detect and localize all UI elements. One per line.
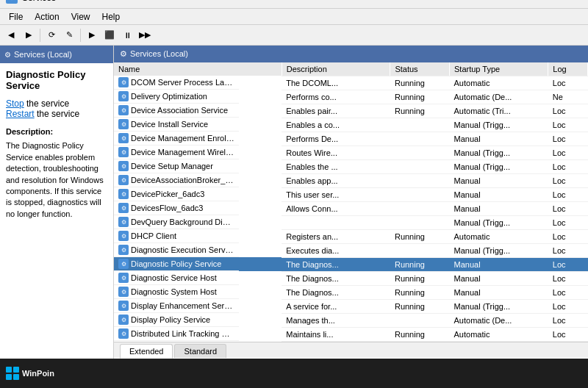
table-row[interactable]: ⚙DCOM Server Process Launc...The DCOML..… xyxy=(114,76,588,90)
col-header-logon[interactable]: Log xyxy=(548,62,588,76)
service-name-cell: ⚙Display Policy Service xyxy=(114,313,239,327)
service-name-cell: ⚙Device Install Service xyxy=(114,118,239,132)
table-row[interactable]: ⚙Diagnostic Execution ServiceExecutes di… xyxy=(114,243,588,257)
service-icon: ⚙ xyxy=(118,175,129,185)
service-startup-cell: Automatic (Tri... xyxy=(450,104,548,118)
service-startup-cell: Manual xyxy=(450,187,548,201)
table-row[interactable]: ⚙Display Enhancement ServiceA service fo… xyxy=(114,299,588,313)
service-startup-cell: Manual xyxy=(450,271,548,285)
service-logon-cell: Loc xyxy=(548,173,588,187)
toolbar-pause[interactable]: ⏸ xyxy=(119,27,135,43)
service-startup-cell: Automatic xyxy=(450,229,548,243)
service-status-cell xyxy=(390,118,450,132)
table-row[interactable]: ⚙Device Install ServiceEnables a co...Ma… xyxy=(114,118,588,132)
service-desc-cell: Executes dia... xyxy=(282,243,390,257)
service-status-cell: Running xyxy=(390,271,450,285)
service-status-cell: Running xyxy=(390,104,450,118)
service-icon: ⚙ xyxy=(118,203,129,213)
table-row[interactable]: ⚙DevQuery Background Disc...Manual (Trig… xyxy=(114,215,588,229)
tab-extended[interactable]: Extended xyxy=(120,344,173,359)
service-icon: ⚙ xyxy=(118,119,129,129)
service-icon: ⚙ xyxy=(118,287,129,297)
sidebar-restart-line: Restart the service xyxy=(6,109,107,119)
table-row[interactable]: ⚙Device Setup ManagerEnables the ...Manu… xyxy=(114,159,588,173)
sidebar-stop-suffix: the service xyxy=(26,98,69,109)
service-icon: ⚙ xyxy=(118,189,129,199)
toolbar-forward[interactable]: ▶ xyxy=(21,27,37,43)
service-name-text: DevicesFlow_6adc3 xyxy=(131,204,203,212)
service-desc-cell: Performs De... xyxy=(282,132,390,146)
taskbar: WinPoin xyxy=(0,359,588,388)
winpoin-logo: WinPoin xyxy=(6,367,54,380)
tab-standard[interactable]: Standard xyxy=(174,344,226,358)
menu-file[interactable]: File xyxy=(3,10,29,24)
service-desc-cell: The Diagnos... xyxy=(282,285,390,299)
service-icon: ⚙ xyxy=(118,301,129,311)
service-logon-cell: Loc xyxy=(548,271,588,285)
table-row[interactable]: ⚙Diagnostic Policy ServiceThe Diagnos...… xyxy=(114,257,588,271)
service-name-cell: ⚙Display Enhancement Service xyxy=(114,299,239,313)
title-bar: ⚙ Services ─ □ ✕ xyxy=(0,0,588,9)
menu-action[interactable]: Action xyxy=(29,10,65,24)
table-row[interactable]: ⚙DHCP ClientRegisters an...RunningAutoma… xyxy=(114,229,588,243)
service-icon: ⚙ xyxy=(118,245,129,255)
table-row[interactable]: ⚙Device Management Wireles...Routes Wire… xyxy=(114,146,588,159)
service-name-cell: ⚙Delivery Optimization xyxy=(114,90,239,104)
service-logon-cell: Loc xyxy=(548,285,588,299)
toolbar-restart[interactable]: ▶▶ xyxy=(137,27,153,43)
sidebar-restart-link[interactable]: Restart xyxy=(6,109,35,119)
service-desc-cell xyxy=(282,215,390,229)
table-row[interactable]: ⚙Device Management Enroll...Performs De.… xyxy=(114,132,588,146)
service-name-text: Device Setup Manager xyxy=(131,162,213,170)
service-logon-cell: Loc xyxy=(548,229,588,243)
service-icon: ⚙ xyxy=(118,161,129,171)
col-header-name[interactable]: Name xyxy=(114,62,282,76)
menu-view[interactable]: View xyxy=(65,10,96,24)
minimize-button[interactable]: ─ xyxy=(481,0,514,9)
right-panel-header: ⚙ Services (Local) xyxy=(114,46,588,62)
service-desc-cell: Allows Conn... xyxy=(282,201,390,215)
service-name-cell: ⚙Distributed Link Tracking Cli... xyxy=(114,327,239,341)
service-startup-cell: Automatic (De... xyxy=(450,313,548,327)
maximize-button[interactable]: □ xyxy=(514,0,548,9)
toolbar-stop[interactable]: ⬛ xyxy=(101,27,118,43)
menu-help[interactable]: Help xyxy=(96,10,126,24)
toolbar-edit[interactable]: ✎ xyxy=(61,27,77,43)
service-logon-cell: Ne xyxy=(548,90,588,104)
toolbar-play[interactable]: ▶ xyxy=(84,27,100,43)
sidebar-icon: ⚙ xyxy=(4,51,11,59)
service-desc-cell: The Diagnos... xyxy=(282,257,390,271)
service-desc-cell: The Diagnos... xyxy=(282,271,390,285)
service-status-cell xyxy=(390,132,450,146)
service-name-text: DevQuery Background Disc... xyxy=(131,218,234,226)
toolbar-refresh[interactable]: ⟳ xyxy=(43,27,60,43)
col-header-startup[interactable]: Startup Type xyxy=(450,62,548,76)
sidebar-stop-link[interactable]: Stop xyxy=(6,98,24,109)
table-row[interactable]: ⚙Delivery OptimizationPerforms co...Runn… xyxy=(114,90,588,104)
table-row[interactable]: ⚙Diagnostic Service HostThe Diagnos...Ru… xyxy=(114,271,588,285)
service-name-cell: ⚙Device Setup Manager xyxy=(114,159,239,173)
right-panel-title: Services (Local) xyxy=(130,49,188,58)
bottom-tabs: Extended Standard xyxy=(114,342,588,358)
service-name-text: Display Enhancement Service xyxy=(131,301,234,310)
windows-icon xyxy=(6,367,19,380)
table-row[interactable]: ⚙DevicesFlow_6adc3Allows Conn...ManualLo… xyxy=(114,201,588,215)
services-table-wrapper[interactable]: Name Description Status Startup Type Log… xyxy=(114,62,588,342)
main-area: ⚙ Services (Local) Diagnostic Policy Ser… xyxy=(0,46,588,359)
close-button[interactable]: ✕ xyxy=(548,0,582,9)
col-header-status[interactable]: Status xyxy=(390,62,450,76)
sidebar-content: Diagnostic Policy Service Stop the servi… xyxy=(0,63,113,359)
table-row[interactable]: ⚙Device Association ServiceEnables pair.… xyxy=(114,104,588,118)
service-logon-cell: Loc xyxy=(548,76,588,90)
table-row[interactable]: ⚙Display Policy ServiceManages th...Auto… xyxy=(114,313,588,327)
service-name-cell: ⚙DevQuery Background Disc... xyxy=(114,215,239,229)
table-row[interactable]: ⚙Diagnostic System HostThe Diagnos...Run… xyxy=(114,285,588,299)
col-header-desc[interactable]: Description xyxy=(282,62,390,76)
toolbar-back[interactable]: ◀ xyxy=(3,27,19,43)
sidebar-header-title: Services (Local) xyxy=(14,50,72,59)
table-row[interactable]: ⚙Distributed Link Tracking Cli...Maintai… xyxy=(114,327,588,341)
service-name-text: Delivery Optimization xyxy=(131,92,207,101)
service-startup-cell: Manual (Trigg... xyxy=(450,215,548,229)
table-row[interactable]: ⚙DeviceAssociationBroker_6a...Enables ap… xyxy=(114,173,588,187)
table-row[interactable]: ⚙DevicePicker_6adc3This user ser...Manua… xyxy=(114,187,588,201)
